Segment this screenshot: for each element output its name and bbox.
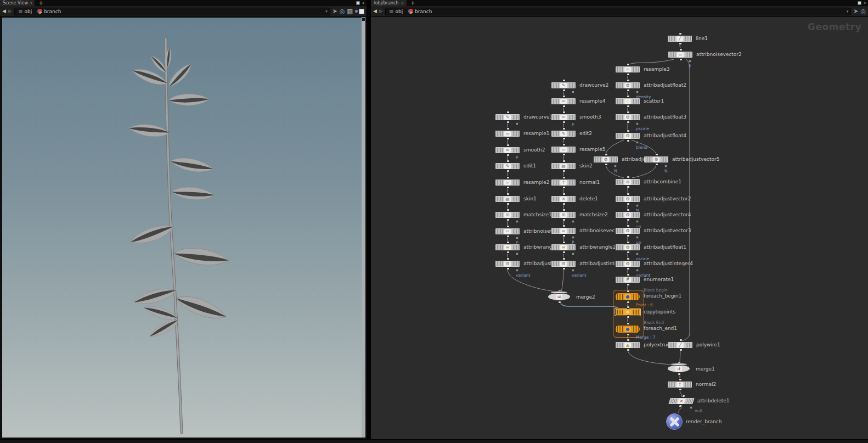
- node-flag-left[interactable]: [616, 326, 623, 332]
- node-flag-left[interactable]: [616, 99, 623, 104]
- pane-maximize-icon[interactable]: [858, 1, 861, 5]
- breadcrumb-branch[interactable]: branch: [407, 9, 433, 14]
- node-flag-right[interactable]: [568, 245, 575, 250]
- node-attribadjustfloat1[interactable]: ⚙attribadjustfloat1pscale: [615, 244, 640, 251]
- node-matchsize1[interactable]: ⊞matchsize1: [495, 211, 520, 218]
- node-scatter1[interactable]: ∴scatter1: [615, 98, 640, 105]
- node-body[interactable]: ▤: [551, 162, 576, 170]
- node-flag-left[interactable]: [616, 212, 623, 217]
- node-flag-right[interactable]: [632, 133, 639, 138]
- node-merge1[interactable]: ⇉merge1: [667, 365, 690, 373]
- breadcrumb-obj[interactable]: ▥ obj: [388, 9, 404, 14]
- node-flag-left[interactable]: [669, 52, 676, 57]
- pane-menu-icon[interactable]: ▾: [362, 1, 364, 5]
- nav-forward-button[interactable]: ▶: [8, 9, 12, 14]
- node-flag-left[interactable]: [668, 36, 675, 41]
- node-flag-left[interactable]: [496, 261, 503, 266]
- node-body[interactable]: ⚙: [615, 244, 640, 251]
- node-body[interactable]: ≈: [551, 98, 576, 105]
- node-flag-left[interactable]: [496, 115, 503, 120]
- node-flag-left[interactable]: [616, 67, 623, 72]
- node-flag-left[interactable]: [616, 133, 623, 138]
- path-dropdown-icon[interactable]: ▾: [325, 9, 328, 14]
- pin-icon[interactable]: ➤: [853, 8, 858, 14]
- node-flag-right[interactable]: [685, 399, 694, 403]
- node-smooth2[interactable]: ≈smooth2P: [495, 147, 520, 154]
- node-flag-right[interactable]: [632, 197, 639, 201]
- breadcrumb-obj[interactable]: ▥ obj: [17, 9, 33, 14]
- node-flag-left[interactable]: [496, 148, 503, 153]
- nav-back-button[interactable]: ◀: [373, 9, 377, 14]
- node-flag-right[interactable]: [632, 212, 639, 217]
- node-flag-right[interactable]: [568, 99, 575, 104]
- node-attribwrangle2[interactable]: ▰attribwrangle2: [551, 244, 576, 251]
- path-field[interactable]: ▥ obj branch ▾: [385, 8, 851, 15]
- shading-mode-icon[interactable]: [355, 9, 364, 14]
- node-body[interactable]: ∴: [615, 98, 640, 105]
- node-flag-left[interactable]: [496, 212, 503, 217]
- node-flag-left[interactable]: [552, 115, 559, 120]
- node-body[interactable]: ≈: [668, 51, 693, 58]
- node-flag-right[interactable]: [661, 157, 668, 162]
- new-tab-button[interactable]: +: [35, 0, 46, 6]
- node-flag-right[interactable]: [568, 83, 575, 88]
- pane-menu-icon[interactable]: ▾: [864, 1, 866, 5]
- node-resample2[interactable]: ≈resample2: [495, 179, 520, 186]
- node-body[interactable]: ≈: [495, 147, 520, 154]
- network-canvas[interactable]: Geometry ✎drawcurve1≈resample1≈smooth2P✎…: [371, 17, 868, 439]
- node-flag-left[interactable]: [669, 399, 678, 403]
- node-flag-right[interactable]: [632, 180, 639, 184]
- node-flag-left[interactable]: [552, 245, 559, 250]
- node-flag-left[interactable]: [616, 180, 623, 184]
- node-attribadjustvector5[interactable]: ⚙attribadjustvector5N: [644, 156, 669, 163]
- node-flag-right[interactable]: [685, 52, 692, 57]
- node-body[interactable]: ⚙: [615, 211, 640, 218]
- node-body[interactable]: ⚙: [615, 82, 640, 89]
- node-copytopoints[interactable]: ×copytopoints: [615, 309, 640, 316]
- node-body[interactable]: #: [615, 276, 640, 283]
- node-resample4[interactable]: ≈resample4: [551, 98, 576, 105]
- node-flag-left[interactable]: [616, 343, 623, 347]
- node-body[interactable]: ≈: [495, 130, 520, 137]
- node-body[interactable]: ≈: [495, 179, 520, 186]
- node-body[interactable]: ⚙: [615, 195, 640, 203]
- node-body[interactable]: ⊞: [495, 211, 520, 218]
- node-body[interactable]: ⊞: [551, 211, 576, 218]
- target-icon[interactable]: ◎: [860, 8, 866, 14]
- node-flag-right[interactable]: [568, 131, 575, 136]
- node-polyextrude1[interactable]: ▲polyextrude1: [615, 341, 640, 349]
- node-body[interactable]: ⚙: [593, 156, 618, 163]
- node-flag-right[interactable]: [632, 83, 639, 88]
- node-flag-left[interactable]: [552, 99, 559, 104]
- node-flag-right[interactable]: [632, 261, 639, 266]
- node-flag-left[interactable]: [552, 83, 559, 88]
- node-body[interactable]: ●: [615, 325, 640, 333]
- node-attribadjustinteger2[interactable]: ⚙attribadjustinteger2variant: [551, 260, 576, 267]
- node-flag-right[interactable]: [512, 131, 519, 136]
- node-line1[interactable]: ╱line1: [667, 35, 692, 42]
- node-body[interactable]: ✎: [495, 114, 520, 121]
- node-polywire1[interactable]: ╱polywire1: [668, 341, 693, 349]
- node-flag-right[interactable]: [632, 277, 639, 282]
- node-flag-left[interactable]: [496, 180, 503, 185]
- node-skin1[interactable]: ▤skin1: [495, 195, 520, 203]
- node-flag-left[interactable]: [616, 277, 623, 282]
- node-body[interactable]: ⚙: [615, 132, 640, 139]
- node-attribcombine1[interactable]: ⊕attribcombine1: [615, 178, 640, 186]
- node-flag-right[interactable]: [512, 229, 519, 234]
- node-attribdelete1[interactable]: ×attribdelete1: [669, 397, 694, 405]
- node-flag-left[interactable]: [552, 197, 559, 201]
- node-flag-right[interactable]: [512, 261, 519, 266]
- node-body[interactable]: ⇉: [548, 293, 571, 301]
- node-attribadjustvector3[interactable]: ⚙attribadjustvector3up: [615, 227, 640, 234]
- tab-dropdown-icon[interactable]: ▾: [30, 1, 32, 5]
- node-flag-right[interactable]: [568, 261, 575, 266]
- node-flag-left[interactable]: [552, 164, 559, 169]
- tab-close-icon[interactable]: ×: [401, 1, 404, 5]
- node-body[interactable]: ⚙: [615, 114, 640, 121]
- node-body[interactable]: ≈: [551, 227, 576, 234]
- node-body[interactable]: ▤: [495, 195, 520, 203]
- node-flag-left[interactable]: [552, 228, 559, 233]
- node-flag-right[interactable]: [610, 157, 617, 162]
- node-flag-left[interactable]: [496, 245, 503, 250]
